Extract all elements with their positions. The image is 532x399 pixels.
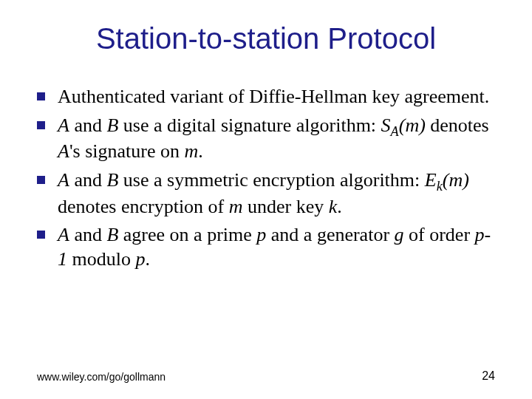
bullet-list: Authenticated variant of Diffie-Hellman … bbox=[37, 85, 495, 271]
subscript-A: A bbox=[391, 124, 399, 139]
var-g: g bbox=[395, 224, 404, 245]
bullet-text: Authenticated variant of Diffie-Hellman … bbox=[58, 86, 489, 107]
var-A: A bbox=[58, 140, 69, 162]
bullet-text: and bbox=[69, 169, 107, 191]
bullet-text: denotes encryption of bbox=[58, 196, 229, 217]
var-p: p bbox=[135, 248, 145, 270]
bullet-text: and a generator bbox=[266, 224, 394, 245]
bullet-text: agree on a prime bbox=[118, 224, 256, 245]
var-m-paren: (m) bbox=[443, 169, 469, 191]
bullet-text: use a symmetric encryption algorithm: bbox=[118, 169, 424, 191]
var-m: m bbox=[185, 140, 199, 162]
page-number: 24 bbox=[482, 369, 495, 383]
bullet-text: and bbox=[69, 115, 107, 136]
var-A: A bbox=[58, 169, 69, 191]
bullet-item: A and B use a symmetric encryption algor… bbox=[37, 168, 495, 219]
footer-url: www.wiley.com/go/gollmann bbox=[37, 371, 166, 383]
subscript-k: k bbox=[437, 179, 443, 194]
var-B: B bbox=[106, 169, 118, 191]
bullet-item: A and B use a digital signature algorith… bbox=[37, 114, 495, 164]
bullet-text: use a digital signature algorithm: bbox=[118, 115, 381, 136]
bullet-text: under key bbox=[243, 196, 329, 217]
var-S: S bbox=[381, 115, 391, 136]
bullet-text: of order bbox=[404, 224, 475, 245]
bullet-text: and bbox=[69, 224, 107, 245]
var-B: B bbox=[106, 115, 118, 136]
var-E: E bbox=[425, 169, 437, 191]
var-A: A bbox=[58, 115, 69, 136]
bullet-text: 's signature on bbox=[69, 140, 185, 162]
var-m: m bbox=[229, 196, 243, 217]
var-A: A bbox=[58, 224, 69, 245]
slide-title: Station-to-station Protocol bbox=[37, 22, 495, 55]
bullet-text: modulo bbox=[67, 248, 135, 270]
bullet-text: denotes bbox=[426, 115, 489, 136]
slide: Station-to-station Protocol Authenticate… bbox=[0, 0, 532, 399]
var-m-paren: (m) bbox=[399, 115, 426, 136]
bullet-item: Authenticated variant of Diffie-Hellman … bbox=[37, 85, 495, 109]
bullet-text: . bbox=[337, 196, 342, 217]
var-B: B bbox=[106, 224, 118, 245]
bullet-text: . bbox=[198, 140, 203, 162]
var-k: k bbox=[329, 196, 338, 217]
bullet-text: . bbox=[145, 248, 150, 270]
bullet-item: A and B agree on a prime p and a generat… bbox=[37, 223, 495, 271]
var-p: p bbox=[256, 224, 266, 245]
